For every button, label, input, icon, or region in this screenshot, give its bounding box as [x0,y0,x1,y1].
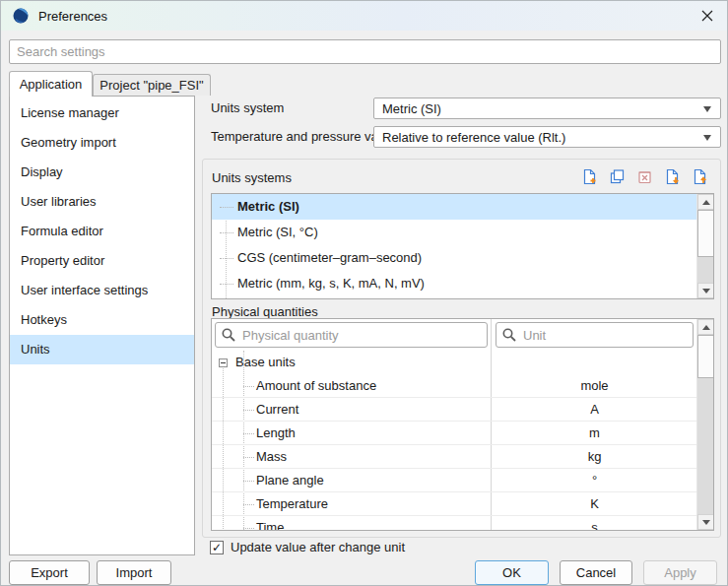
units-system-item[interactable]: Metric (mm, kg, s, K, mA, N, mV) [212,271,696,296]
sidebar-item-units[interactable]: Units [10,335,194,364]
physical-quantity-filter-input[interactable] [215,322,488,348]
arrow-down-icon [702,520,710,525]
scroll-up-button[interactable] [697,319,714,335]
table-scrollbar[interactable] [696,319,713,530]
tab-application[interactable]: Application [9,71,93,97]
quantity-cell: Plane angle [256,469,324,492]
import-units-system-icon[interactable] [664,168,681,185]
table-row[interactable]: Time s [212,516,696,531]
settings-category-list: License manager Geometry import Display … [9,96,195,555]
sidebar-item-geometry-import[interactable]: Geometry import [10,128,194,158]
arrow-up-icon [702,200,710,205]
titlebar: Preferences [1,1,727,31]
scroll-up-button[interactable] [697,194,714,210]
unit-cell[interactable]: A [491,398,698,422]
tree-line [220,207,233,208]
sidebar-item-property-editor[interactable]: Property editor [10,246,194,276]
table-row[interactable]: Temperature K [212,492,696,516]
quantity-cell: Current [256,398,298,422]
unit-cell[interactable]: ° [491,469,698,492]
unit-cell[interactable]: kg [491,445,698,469]
tree-line [243,481,254,482]
tree-line [220,284,233,285]
units-system-label: Units system [211,98,284,119]
table-row[interactable]: Length m [212,422,696,445]
units-systems-toolbar [581,168,708,185]
chevron-down-icon [703,106,711,112]
group-label: Base units [235,351,296,374]
arrow-up-icon [702,325,710,330]
quantity-cell: Mass [256,445,287,469]
tab-label: Project "pipe_FSI" [99,78,203,93]
search-input[interactable] [9,39,721,64]
unit-cell[interactable]: m [491,422,698,445]
tree-line [220,258,233,259]
chevron-down-icon [703,135,711,141]
scroll-down-button[interactable] [697,283,714,298]
quantity-cell: Amount of substance [256,374,376,398]
units-system-item-label: CGS (centimeter–gram–second) [237,250,422,265]
tree-line [243,457,254,458]
tree-line [243,504,254,505]
units-system-select[interactable]: Metric (SI) [373,98,721,119]
close-icon [701,10,713,22]
checkbox-label: Update value after change unit [231,540,405,554]
sidebar-item-display[interactable]: Display [10,158,194,187]
close-button[interactable] [688,1,727,31]
quantity-cell: Length [256,422,296,445]
duplicate-units-system-icon[interactable] [609,168,626,185]
units-list-scrollbar[interactable] [696,194,713,298]
base-units-group-row[interactable]: Base units [212,351,696,374]
tree-line [243,528,254,529]
collapse-expander-icon[interactable] [219,358,228,367]
scroll-down-button[interactable] [697,514,714,530]
tab-project-pipe-fsi[interactable]: Project "pipe_FSI" [93,74,211,96]
units-groupbox: Units systems [202,159,721,538]
import-button[interactable]: Import [97,560,171,585]
unit-cell[interactable]: mole [491,374,698,398]
tree-line [243,433,254,434]
unit-filter-input[interactable] [496,322,694,348]
unit-cell[interactable]: K [491,492,698,516]
units-system-item[interactable]: Metric (SI, °C) [212,220,696,245]
cancel-button[interactable]: Cancel [560,560,632,585]
app-logo-icon [13,8,29,24]
table-row[interactable]: Amount of substance mole [212,374,696,398]
update-value-checkbox-row[interactable]: ✓ Update value after change unit [210,540,405,554]
sidebar-item-license-manager[interactable]: License manager [10,98,194,128]
quantity-cell: Time [256,516,284,531]
table-row[interactable]: Plane angle ° [212,469,696,492]
sidebar-item-formula-editor[interactable]: Formula editor [10,217,194,246]
units-system-item[interactable]: Metric (SI) [212,194,696,220]
physical-quantities-label: Physical quantities [212,304,318,319]
units-system-item-label: Metric (mm, kg, s, K, mA, N, mV) [237,276,425,291]
delete-units-system-icon[interactable] [636,168,653,185]
window-title: Preferences [38,9,107,24]
export-button[interactable]: Export [9,560,90,585]
sidebar-item-user-interface-settings[interactable]: User interface settings [10,276,194,305]
apply-button[interactable]: Apply [643,560,717,585]
units-system-item-label: Metric (SI, °C) [237,225,318,239]
ok-button[interactable]: OK [475,560,549,585]
sidebar-item-user-libraries[interactable]: User libraries [10,187,194,217]
units-system-item-label: Metric (SI) [237,199,299,214]
table-row[interactable]: Mass kg [212,445,696,469]
new-units-system-icon[interactable] [581,168,598,185]
tree-line [243,386,254,387]
checkbox-checked[interactable]: ✓ [210,541,224,554]
arrow-down-icon [702,289,710,293]
tree-line [220,232,233,233]
unit-cell[interactable]: s [491,516,698,531]
tab-label: Application [20,77,83,92]
scrollbar-thumb[interactable] [697,210,714,257]
units-system-item[interactable]: CGS (centimeter–gram–second) [212,245,696,271]
export-units-system-icon[interactable] [692,168,708,185]
units-systems-list: Metric (SI) Metric (SI, °C) CGS (centime… [211,193,714,299]
table-row[interactable]: Current A [212,398,696,422]
temperature-pressure-value: Relative to reference value (Rlt.) [382,130,565,145]
scrollbar-thumb[interactable] [697,335,714,378]
temperature-pressure-select[interactable]: Relative to reference value (Rlt.) [373,126,721,148]
units-system-item[interactable]: Metric (mm, tonne, s, K, mA, N, mV) [212,296,696,299]
quantity-cell: Temperature [256,492,328,516]
sidebar-item-hotkeys[interactable]: Hotkeys [10,305,194,335]
